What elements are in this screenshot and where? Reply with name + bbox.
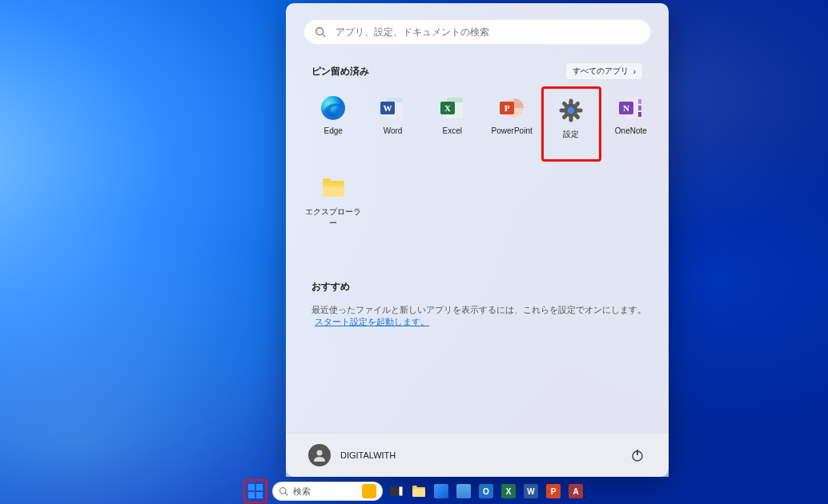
excel-icon: X — [501, 484, 516, 498]
svg-line-23 — [577, 116, 578, 118]
store-icon — [434, 484, 448, 498]
powerpoint-icon: P — [498, 94, 525, 122]
app-label: Edge — [324, 126, 342, 135]
app-word[interactable]: W Word — [363, 86, 422, 157]
pinned-title: ピン留め済み — [312, 65, 369, 78]
taskbar: 検索 O X W P A — [0, 478, 828, 504]
svg-point-32 — [317, 450, 323, 456]
svg-rect-26 — [638, 106, 641, 110]
user-name: DIGITALWITH — [340, 450, 396, 460]
svg-rect-41 — [390, 486, 398, 496]
svg-rect-42 — [399, 486, 403, 496]
start-search-input[interactable] — [334, 26, 640, 38]
svg-rect-31 — [323, 183, 344, 186]
app-excel[interactable]: X Excel — [423, 86, 482, 157]
svg-rect-25 — [638, 99, 641, 104]
access-icon: A — [569, 484, 583, 498]
word-icon: W — [524, 484, 538, 498]
start-button[interactable] — [243, 479, 267, 503]
app-explorer[interactable]: エクスプローラー — [303, 166, 363, 237]
app-label: Excel — [443, 126, 462, 135]
svg-point-2 — [321, 96, 345, 120]
outlook-icon: O — [479, 484, 493, 498]
taskbar-search[interactable]: 検索 — [272, 482, 383, 501]
svg-line-20 — [577, 104, 578, 106]
avatar — [308, 444, 331, 466]
settings-icon — [557, 97, 585, 124]
taskbar-search-label: 検索 — [293, 486, 359, 498]
start-footer: DIGITALWITH — [286, 433, 669, 477]
onenote-icon: N — [617, 94, 645, 122]
app-powerpoint[interactable]: P PowerPoint — [482, 86, 541, 157]
recommended-message: 最近使ったファイルと新しいアプリを表示するには、これらを設定でオンにします。 ス… — [312, 304, 669, 328]
svg-line-40 — [285, 493, 287, 495]
taskbar-excel[interactable]: X — [500, 481, 517, 502]
taskbar-taskview[interactable] — [388, 481, 405, 502]
svg-text:P: P — [504, 103, 510, 113]
app-label: OneNote — [615, 126, 647, 135]
pinned-header: ピン留め済み すべてのアプリ › — [312, 62, 643, 80]
app-settings[interactable]: 設定 — [541, 86, 601, 162]
svg-line-1 — [323, 34, 326, 38]
pinned-apps-grid: Edge W Word X Excel P PowerPoint 設定 — [303, 86, 661, 237]
user-account-button[interactable]: DIGITALWITH — [308, 444, 396, 466]
app-label: PowerPoint — [492, 126, 533, 135]
word-icon: W — [379, 94, 406, 122]
start-search-box[interactable] — [303, 19, 651, 45]
svg-rect-37 — [248, 492, 255, 498]
power-icon — [630, 448, 645, 462]
app-label: エクスプローラー — [303, 206, 363, 229]
windows-logo-icon — [247, 483, 263, 499]
search-highlight-badge — [362, 484, 376, 498]
taskview-icon — [389, 484, 404, 498]
app-label: 設定 — [563, 129, 579, 140]
all-apps-label: すべてのアプリ — [573, 66, 629, 77]
app-label: Word — [384, 126, 403, 135]
svg-point-39 — [280, 488, 287, 494]
recommended-text: 最近使ったファイルと新しいアプリを表示するには、これらを設定でオンにします。 — [312, 304, 646, 316]
recommended-title: おすすめ — [312, 280, 350, 294]
taskbar-notepad[interactable] — [455, 481, 472, 502]
power-button[interactable] — [629, 446, 646, 464]
taskbar-powerpoint[interactable]: P — [545, 481, 562, 502]
excel-icon: X — [439, 94, 466, 122]
edge-icon — [320, 94, 347, 122]
notepad-icon — [456, 484, 471, 498]
taskbar-explorer[interactable] — [410, 481, 428, 502]
powerpoint-icon: P — [546, 484, 561, 498]
app-onenote[interactable]: N OneNote — [601, 86, 661, 157]
svg-point-0 — [316, 28, 324, 35]
recommended-header: おすすめ — [312, 280, 643, 294]
taskbar-store[interactable] — [432, 481, 450, 502]
svg-line-21 — [565, 116, 566, 118]
explorer-icon — [412, 484, 426, 498]
svg-text:X: X — [444, 103, 451, 113]
svg-line-22 — [565, 104, 566, 106]
app-edge[interactable]: Edge — [303, 86, 363, 157]
explorer-icon — [320, 174, 347, 202]
svg-text:N: N — [623, 103, 629, 113]
search-icon — [315, 26, 326, 38]
user-icon — [312, 448, 327, 462]
svg-rect-36 — [256, 484, 263, 490]
taskbar-items: 検索 O X W P A — [243, 479, 585, 503]
chevron-right-icon: › — [633, 67, 636, 76]
svg-point-15 — [569, 108, 574, 114]
taskbar-word[interactable]: W — [522, 481, 540, 502]
search-icon — [279, 486, 288, 496]
svg-rect-43 — [412, 489, 425, 497]
taskbar-access[interactable]: A — [567, 481, 585, 502]
svg-rect-38 — [256, 492, 263, 498]
start-menu: ピン留め済み すべてのアプリ › Edge W Word X Excel — [286, 3, 669, 477]
svg-text:W: W — [384, 103, 392, 113]
all-apps-button[interactable]: すべてのアプリ › — [565, 62, 643, 80]
taskbar-outlook[interactable]: O — [477, 481, 495, 502]
start-settings-link[interactable]: スタート設定を起動します。 — [315, 316, 429, 328]
svg-rect-35 — [248, 484, 255, 490]
svg-rect-27 — [638, 112, 641, 117]
